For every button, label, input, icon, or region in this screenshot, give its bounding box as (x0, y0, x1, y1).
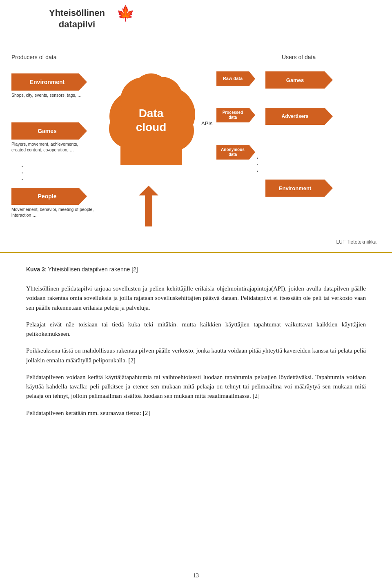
paragraph-2: Pelaajat eivät näe toisiaan tai tiedä ku… (26, 320, 366, 339)
title-line2: datapilvi (59, 19, 95, 29)
svg-rect-8 (120, 137, 182, 165)
page: Yhteisöllinen datapilvi 🍁 Producers of d… (0, 0, 392, 588)
apis-label: APIs (201, 120, 212, 126)
people-sublabel: Movemement, behavior, meeting of people,… (11, 206, 94, 218)
environment-producer-arrow: Environment (11, 73, 79, 91)
raw-data-arrow: Raw data (216, 71, 249, 86)
figure-caption-text: : Yhteisöllisen datapilven rakenne [2] (45, 266, 138, 273)
text-section: Kuva 3: Yhteisöllisen datapilven rakenne… (0, 253, 392, 442)
games-sublabel: Players, movement, achievements,created … (11, 141, 78, 153)
diagram-title: Yhteisöllinen datapilvi (49, 7, 105, 30)
user-dots: ··· (256, 155, 260, 175)
anon-data-box: Anonymousdata (216, 145, 249, 160)
producer-dots: ··· (21, 163, 24, 183)
processed-data-label: Processeddata (223, 110, 243, 120)
paragraph-3: Poikkeuksena tästä on mahdollisuus raken… (26, 346, 366, 365)
processed-data-arrow: Processeddata (216, 108, 249, 122)
processed-data-box: Processeddata (216, 108, 249, 122)
figure-caption-prefix: Kuva 3 (26, 266, 45, 273)
anon-data-arrow: Anonymousdata (216, 145, 249, 160)
people-label: People (38, 193, 57, 200)
games-user-label: Games (286, 77, 304, 83)
environment-label: Environment (30, 79, 65, 85)
paragraph-4: Pelidatapilveen voidaan kerätä käyttäjät… (26, 373, 366, 401)
cloud-svg (104, 63, 198, 178)
games-user-arrow-shape: Games (265, 71, 325, 89)
games-producer-arrow: Games (11, 122, 79, 140)
environment-user-arrow: Environment (265, 180, 325, 197)
page-number: 13 (193, 572, 199, 579)
games-producer-label: Games (38, 128, 57, 134)
up-arrow-shaft (145, 194, 152, 226)
environment-sublabel: Shops, city, events, sensors, tags, … (11, 92, 82, 98)
figure-caption: Kuva 3: Yhteisöllisen datapilven rakenne… (26, 266, 366, 273)
advertisers-label: Advertisers (281, 113, 308, 119)
raw-data-box: Raw data (216, 71, 249, 86)
producers-label: Producers of data (11, 54, 57, 60)
environment-arrow-shape: Environment (11, 73, 79, 91)
games-user-arrow: Games (265, 71, 325, 89)
people-arrow-shape: People (11, 188, 79, 205)
maple-leaf-icon: 🍁 (116, 5, 135, 22)
advertisers-arrow-shape: Advertisers (265, 108, 325, 125)
data-cloud: Data cloud (104, 63, 198, 178)
games-producer-arrow-shape: Games (11, 122, 79, 140)
diagram-section: Yhteisöllinen datapilvi 🍁 Producers of d… (0, 0, 392, 253)
anon-data-label: Anonymousdata (221, 147, 245, 157)
users-label: Users of data (282, 54, 316, 60)
environment-user-label: Environment (279, 185, 311, 191)
raw-data-label: Raw data (223, 76, 243, 81)
paragraph-1: Yhteisöllinen pelidatapilvi tarjoaa sove… (26, 284, 366, 313)
environment-user-arrow-shape: Environment (265, 180, 325, 197)
lut-label: LUT Tietotekniikka (336, 239, 377, 245)
paragraph-5: Pelidatapilveen kerätään mm. seuraavaa t… (26, 408, 366, 418)
title-line1: Yhteisöllinen (49, 8, 105, 18)
people-producer-arrow: People (11, 188, 79, 205)
advertisers-arrow: Advertisers (265, 108, 325, 125)
svg-point-5 (133, 73, 169, 110)
